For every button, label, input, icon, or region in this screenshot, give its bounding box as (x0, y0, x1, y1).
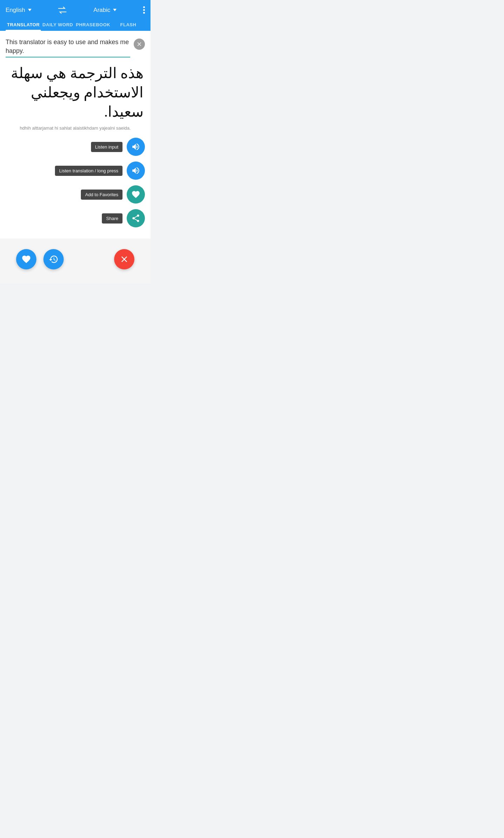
tab-bar: TRANSLATOR DAILY WORD PHRASEBOOK FLASH (6, 18, 145, 31)
listen-translation-tooltip: Listen translation / long press (55, 166, 122, 176)
clear-input-button[interactable] (134, 39, 145, 50)
source-language-selector[interactable]: English (6, 7, 31, 14)
input-area: This translator is easy to use and makes… (6, 38, 145, 55)
add-favorites-row: Add to Favorites (6, 185, 145, 204)
swap-icon (58, 7, 67, 14)
target-language-label: Arabic (93, 7, 110, 14)
target-language-selector[interactable]: Arabic (93, 7, 117, 14)
source-language-label: English (6, 7, 25, 14)
close-icon (136, 41, 142, 47)
source-lang-dropdown-icon (28, 9, 31, 11)
input-underline (6, 57, 130, 57)
source-text-input[interactable]: This translator is easy to use and makes… (6, 38, 130, 55)
share-row: Share (6, 209, 145, 227)
more-options-button[interactable] (143, 6, 145, 14)
heart-icon (131, 190, 140, 199)
header-top: English Arabic (6, 6, 145, 18)
bottom-section (0, 239, 150, 283)
add-favorites-button[interactable] (127, 185, 145, 204)
listen-input-button[interactable] (127, 138, 145, 156)
listen-translation-row: Listen translation / long press (6, 162, 145, 180)
close-button[interactable] (114, 249, 134, 269)
more-dot-1 (143, 6, 145, 8)
tab-daily-word[interactable]: DAILY WORD (41, 18, 74, 31)
more-dot-3 (143, 12, 145, 14)
swap-languages-button[interactable] (58, 7, 67, 14)
target-lang-dropdown-icon (113, 9, 117, 11)
favorites-button[interactable] (16, 249, 36, 269)
share-button[interactable] (127, 209, 145, 227)
main-content: This translator is easy to use and makes… (0, 31, 150, 239)
bottom-fab-group (16, 249, 64, 269)
history-icon (49, 254, 58, 264)
header: English Arabic TRANSLATOR DAILY WORD (0, 0, 150, 31)
close-icon-bottom (119, 254, 129, 264)
bottom-fab-bar (6, 246, 145, 273)
transliteration-text: hdhih alttarjamat hi sahlat alaistikhdam… (6, 125, 145, 131)
listen-input-tooltip: Listen input (91, 142, 123, 152)
translated-text: هذه الترجمة هي سهلة الاستخدام ويجعلني سع… (6, 64, 145, 121)
tab-flash[interactable]: FLASH (112, 18, 145, 31)
listen-input-row: Listen input (6, 138, 145, 156)
listen-translation-button[interactable] (127, 162, 145, 180)
tab-phrasebook[interactable]: PHRASEBOOK (75, 18, 112, 31)
add-favorites-tooltip: Add to Favorites (81, 190, 122, 200)
volume-icon-2 (131, 166, 140, 175)
more-dot-2 (143, 9, 145, 11)
volume-icon (131, 142, 140, 151)
heart-icon-bottom (21, 254, 31, 264)
tab-translator[interactable]: TRANSLATOR (6, 18, 41, 31)
share-icon (131, 214, 140, 223)
history-button[interactable] (43, 249, 64, 269)
share-tooltip: Share (102, 213, 122, 224)
